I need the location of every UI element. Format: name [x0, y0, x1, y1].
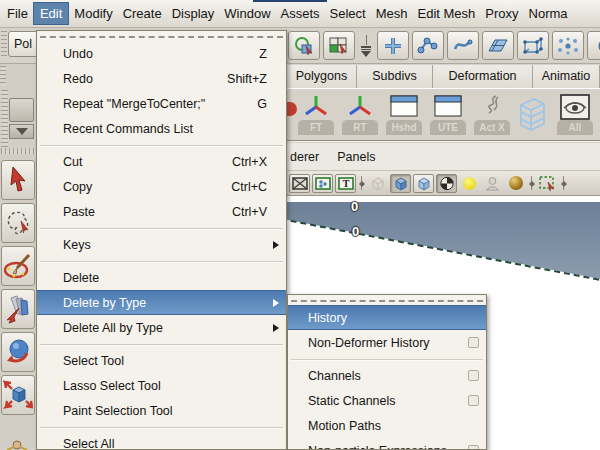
shelf-button-ute[interactable]: UTE: [428, 91, 468, 137]
menu-mesh[interactable]: Mesh: [371, 2, 413, 25]
shelf-tab-polygons[interactable]: Polygons: [287, 65, 357, 88]
menu-display[interactable]: Display: [167, 2, 220, 25]
menu-window[interactable]: Window: [219, 2, 275, 25]
shelf-button-hshd[interactable]: Hshd: [384, 91, 424, 137]
submenu-item-channels[interactable]: Channels: [288, 363, 486, 388]
toolbox-ruler-grip[interactable]: [1, 90, 8, 148]
menu-normals[interactable]: Norma: [524, 2, 573, 25]
shadows-button[interactable]: [482, 174, 503, 193]
option-box[interactable]: [468, 337, 479, 348]
shelf-scroll-down-button[interactable]: [9, 124, 34, 139]
channels-box-button[interactable]: [312, 174, 333, 193]
menu-item-recent-commands-list[interactable]: Recent Commands List: [37, 116, 286, 141]
shelf-button-cube[interactable]: [511, 91, 551, 137]
menu-item-paint-selection-tool[interactable]: Paint Selection Tool: [37, 398, 286, 423]
shelf-scroll-thumb[interactable]: [9, 98, 34, 122]
menu-item-select-tool[interactable]: Select Tool: [37, 348, 286, 373]
menu-edit-mesh[interactable]: Edit Mesh: [413, 2, 481, 25]
window-icon: [433, 94, 463, 120]
object-selection-mode-button[interactable]: [288, 31, 320, 60]
shelf-button-rt[interactable]: RT: [340, 91, 380, 137]
smooth-shade-button[interactable]: [390, 174, 411, 193]
menu-item-repeat[interactable]: Repeat "MergeToCenter;" G: [37, 91, 286, 116]
isolate-select-button[interactable]: [537, 174, 558, 193]
menu-create[interactable]: Create: [118, 2, 167, 25]
menu-tearoff-handle[interactable]: [288, 295, 486, 305]
shelf-button-ft[interactable]: FT: [296, 91, 336, 137]
menu-item-cut[interactable]: Cut Ctrl+X: [37, 149, 286, 174]
shelf-tab-subdivs[interactable]: Subdivs: [357, 65, 433, 88]
menu-item-keys[interactable]: Keys: [37, 232, 286, 257]
use-lighting-button[interactable]: [459, 174, 480, 193]
shelf-button-all[interactable]: All: [555, 91, 595, 137]
menu-edit[interactable]: Edit: [33, 2, 69, 25]
option-box[interactable]: [468, 370, 479, 381]
partial-tool-icon[interactable]: [5, 440, 29, 450]
menu-item-redo[interactable]: Redo Shift+Z: [37, 66, 286, 91]
menu-item-delete-by-type[interactable]: Delete by Type: [37, 290, 286, 315]
menu-item-delete[interactable]: Delete: [37, 265, 286, 290]
viewport-background-region: [283, 202, 600, 279]
menu-assets[interactable]: Assets: [276, 2, 325, 25]
shelf-button-act-x[interactable]: Act X: [472, 91, 512, 137]
rendering-mask-button[interactable]: [587, 31, 600, 60]
menu-file[interactable]: File: [2, 2, 33, 25]
shelf-tab-deformation[interactable]: Deformation: [433, 65, 533, 88]
curves-mask-button[interactable]: [447, 31, 479, 60]
deformations-mask-icon: [521, 36, 545, 56]
option-box[interactable]: [468, 395, 479, 406]
move-tool-icon: [3, 294, 33, 324]
submenu-item-static-channels[interactable]: Static Channels: [288, 388, 486, 413]
submenu-item-motion-paths[interactable]: Motion Paths: [288, 413, 486, 438]
wireframe-cube-icon: [514, 95, 548, 133]
use-lighting-icon: [463, 177, 476, 190]
menu-item-label: Lasso Select Tool: [63, 379, 161, 393]
menu-tearoff-handle[interactable]: [37, 31, 286, 41]
menu-modify[interactable]: Modify: [69, 2, 117, 25]
submenu-arrow-icon: [273, 299, 279, 307]
menu-item-lasso-select-tool[interactable]: Lasso Select Tool: [37, 373, 286, 398]
toolbox-grip[interactable]: [1, 148, 35, 154]
curve-points-mask-button[interactable]: [412, 31, 444, 60]
menu-select[interactable]: Select: [325, 2, 371, 25]
paint-selection-tool-button[interactable]: [1, 246, 35, 286]
panel-menubar: derer Panels: [283, 143, 600, 171]
wireframe-on-shaded-button[interactable]: [413, 174, 434, 193]
wireframe-mode-button[interactable]: [367, 174, 388, 193]
scribble-icon: [478, 93, 506, 121]
menu-set-dropdown[interactable]: Pol: [8, 31, 38, 57]
shelf-tab-animation[interactable]: Animatio: [533, 65, 600, 88]
dynamics-mask-button[interactable]: [552, 31, 584, 60]
component-selection-mode-button[interactable]: [323, 31, 355, 60]
surfaces-mask-button[interactable]: [482, 31, 514, 60]
rotate-tool-button[interactable]: [1, 332, 35, 372]
toolbar-grip[interactable]: [1, 31, 7, 58]
submenu-item-non-deformer-history[interactable]: Non-Deformer History: [288, 330, 486, 355]
menu-item-label: Non-Deformer History: [308, 336, 430, 350]
submenu-item-non-particle-expressions[interactable]: Non-particle Expressions: [288, 438, 486, 450]
menu-proxy[interactable]: Proxy: [480, 2, 523, 25]
deformations-mask-button[interactable]: [517, 31, 549, 60]
lasso-select-tool-button[interactable]: [1, 203, 35, 243]
menu-item-select-all[interactable]: Select All: [37, 431, 286, 450]
menu-item-label: Static Channels: [308, 394, 396, 408]
menu-item-shortcut: Shift+Z: [227, 72, 279, 86]
panel-menu-panels[interactable]: Panels: [337, 150, 375, 164]
option-box[interactable]: [468, 445, 479, 450]
text-display-button[interactable]: T: [335, 174, 356, 193]
menu-item-delete-all-by-type[interactable]: Delete All by Type: [37, 315, 286, 340]
panel-menu-renderer-partial[interactable]: derer: [290, 150, 319, 164]
textured-mode-button[interactable]: [436, 174, 457, 193]
menu-item-paste[interactable]: Paste Ctrl+V: [37, 199, 286, 224]
shelf: FT RT Hshd UTE: [283, 90, 600, 140]
menu-item-undo[interactable]: Undo Z: [37, 41, 286, 66]
scale-tool-button[interactable]: [1, 375, 35, 415]
submenu-item-history[interactable]: History: [288, 305, 486, 330]
shelf-grip[interactable]: [0, 66, 6, 86]
move-tool-button[interactable]: [1, 289, 35, 329]
film-gate-button[interactable]: [289, 174, 310, 193]
material-sphere-button[interactable]: [505, 174, 526, 193]
points-mask-button[interactable]: [377, 31, 409, 60]
select-tool-button[interactable]: [1, 160, 35, 200]
menu-item-copy[interactable]: Copy Ctrl+C: [37, 174, 286, 199]
